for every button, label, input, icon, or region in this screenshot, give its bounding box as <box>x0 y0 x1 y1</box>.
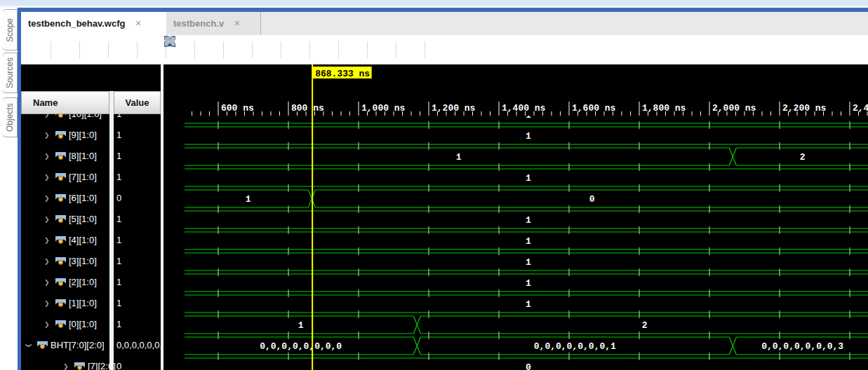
signal-row-[2][1:0][interactable]: ❯v[2][1:0]1 <box>21 272 161 293</box>
signal-row-[8][1:0][interactable]: ❯v[8][1:0]1 <box>21 146 161 167</box>
waveform-canvas[interactable]: 111211011111120,0,0,0,0,0,0,00,0,0,0,0,0… <box>163 64 868 370</box>
save-wave-config-button[interactable] <box>55 40 75 60</box>
signal-value: 1 <box>114 272 161 293</box>
chevron-right-icon[interactable]: ❯ <box>63 356 69 370</box>
rail-tab-objects[interactable]: Objects <box>2 97 18 137</box>
close-icon[interactable]: ✕ <box>135 19 141 28</box>
tab-label: testbench.v <box>173 18 224 29</box>
add-marker-button[interactable] <box>314 40 334 60</box>
cursor-time-label: 868.333 ns <box>315 69 370 79</box>
wave-value-label: 1 <box>526 173 531 184</box>
toolbar-separator <box>252 41 253 58</box>
bus-signal-icon: v <box>55 236 66 243</box>
signal-row-[1][1:0][interactable]: ❯v[1][1:0]1 <box>21 293 161 314</box>
zoom-fit-button[interactable] <box>142 40 161 60</box>
signal-value: 1 <box>114 167 161 188</box>
wave-value-label: 1 <box>526 215 531 226</box>
chevron-down-icon[interactable]: ❯ <box>21 343 39 348</box>
wave-value-label: 1 <box>526 278 531 289</box>
signal-row-BHT[7:0][2:0][interactable]: ❯vBHT[7:0][2:0]0,0,0,0,0,0,0,0 <box>21 335 161 356</box>
swap-cursor-left-button[interactable] <box>257 40 276 60</box>
chevron-right-icon[interactable]: ❯ <box>44 114 50 125</box>
toolbar-separator <box>367 41 368 58</box>
rail-tab-scope[interactable]: Scope <box>2 9 18 50</box>
wave-value-label: 1 <box>298 320 304 331</box>
signal-value: 1 <box>114 114 161 125</box>
wave-value-label: 2 <box>642 320 648 331</box>
value-column-header[interactable]: Value <box>114 91 161 114</box>
chevron-right-icon[interactable]: ❯ <box>44 251 50 272</box>
signal-value: 1 <box>114 314 161 335</box>
signal-name: [7][2:0] <box>88 356 116 370</box>
signal-row-[6][1:0][interactable]: ❯v[6][1:0]0 <box>21 188 161 209</box>
signal-row-[5][1:0][interactable]: ❯v[5][1:0]1 <box>21 209 161 230</box>
zoom-in-button[interactable] <box>84 40 104 60</box>
rail-tab-sources[interactable]: Sources <box>2 53 18 93</box>
wave-value-label: 1 <box>246 194 251 205</box>
signal-name: [1][1:0] <box>69 293 97 314</box>
span-markers-button[interactable] <box>401 40 420 60</box>
bus-signal-icon: v <box>55 299 66 306</box>
signal-row-[0][1:0][interactable]: ❯v[0][1:0]1 <box>21 314 161 335</box>
toolbar-separator <box>223 41 224 58</box>
wave-value-label: 0,0,0,0,0,0,0,3 <box>761 341 843 352</box>
toolbar-separator <box>137 41 138 58</box>
signal-name: [5][1:0] <box>69 209 97 230</box>
signal-value: 1 <box>114 125 161 146</box>
previous-transition-button[interactable] <box>199 40 219 60</box>
signal-row-[4][1:0][interactable]: ❯v[4][1:0]1 <box>21 230 161 251</box>
name-column-header[interactable]: Name <box>21 91 109 114</box>
wave-value-label: 1 <box>456 152 462 163</box>
ruler-tick-label: 2,400 ns <box>853 103 868 114</box>
chevron-right-icon[interactable]: ❯ <box>44 209 50 230</box>
signal-name: [3][1:0] <box>69 251 97 272</box>
signal-row-[9][1:0][interactable]: ❯v[9][1:0]1 <box>21 125 161 146</box>
wave-toolbar <box>21 35 868 64</box>
previous-marker-button[interactable] <box>343 40 363 60</box>
tab-testbench_behav.wcfg[interactable]: testbench_behav.wcfg✕ <box>21 12 166 35</box>
signal-value: 1 <box>114 230 161 251</box>
toolbar-separator <box>51 41 51 58</box>
signal-name: [8][1:0] <box>69 146 97 167</box>
signal-value: 1 <box>114 209 161 230</box>
chevron-right-icon[interactable]: ❯ <box>44 293 50 314</box>
next-marker-button[interactable] <box>372 40 392 60</box>
chevron-right-icon[interactable]: ❯ <box>44 146 50 167</box>
toolbar-separator <box>108 41 109 58</box>
bus-signal-icon: v <box>55 257 66 264</box>
signal-name: [4][1:0] <box>69 230 97 251</box>
signal-value: 0,0,0,0,0,0,0,0 <box>114 335 161 356</box>
wave-value-label: 1 <box>526 236 531 247</box>
wave-window: Name Value ❯v[10][1:0]1❯v[9][1:0]1❯v[8][… <box>21 64 868 370</box>
swap-cursor-right-button[interactable] <box>286 40 305 60</box>
ruler-tick-label: 1,800 ns <box>642 103 686 114</box>
chevron-right-icon[interactable]: ❯ <box>44 188 50 209</box>
bus-signal-icon: v <box>55 320 66 327</box>
ruler-tick-label: 2,000 ns <box>712 103 756 114</box>
next-transition-button[interactable] <box>228 40 248 60</box>
signal-row-[7][1:0][interactable]: ❯v[7][1:0]1 <box>21 167 161 188</box>
close-icon[interactable]: ✕ <box>234 19 240 28</box>
chevron-right-icon[interactable]: ❯ <box>44 167 50 188</box>
zoom-out-button[interactable] <box>113 40 133 60</box>
window-top-strip <box>0 0 868 6</box>
find-button[interactable] <box>27 40 46 60</box>
chevron-right-icon[interactable]: ❯ <box>44 230 50 251</box>
wave-value-label: 0,0,0,0,0,0,0,0 <box>260 341 342 352</box>
signal-name: [6][1:0] <box>69 188 97 209</box>
signal-row-[7][2:0][interactable]: ❯v[7][2:0]0 <box>21 356 161 370</box>
bus-signal-icon: v <box>55 215 66 222</box>
toolbar-separator <box>194 41 195 58</box>
tab-testbench.v[interactable]: testbench.v✕ <box>166 12 261 35</box>
signal-row-[10][1:0][interactable]: ❯v[10][1:0]1 <box>21 114 161 125</box>
ruler-tick-label: 1,600 ns <box>572 103 616 114</box>
ruler-tick-label: 1,200 ns <box>432 103 476 114</box>
chevron-right-icon[interactable]: ❯ <box>44 314 50 335</box>
signal-name: [0][1:0] <box>69 314 97 335</box>
chevron-right-icon[interactable]: ❯ <box>44 272 50 293</box>
chevron-right-icon[interactable]: ❯ <box>44 125 50 146</box>
ruler-tick-label: 600 ns <box>221 103 254 114</box>
signal-row-[3][1:0][interactable]: ❯v[3][1:0]1 <box>21 251 161 272</box>
toolbar-separator <box>396 41 396 58</box>
ruler-tick-label: 1,000 ns <box>361 103 406 114</box>
